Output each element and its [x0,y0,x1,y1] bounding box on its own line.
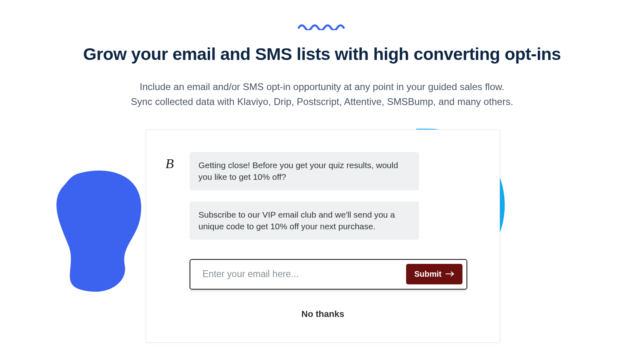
decorative-squiggle [0,0,644,30]
chat-bubble-1: Getting close! Before you get your quiz … [190,152,419,190]
sub-headline: Include an email and/or SMS opt-in oppor… [0,79,644,109]
subtext-line2: Sync collected data with Klaviyo, Drip, … [0,94,644,109]
chat-bubble-2: Subscribe to our VIP email club and we'l… [190,202,419,240]
arrow-right-icon [446,269,454,279]
decorative-blob-left [56,169,161,299]
chat-bubbles: Getting close! Before you get your quiz … [190,152,480,240]
email-input-wrap: Submit [190,259,467,290]
email-input[interactable] [202,269,406,280]
subtext-line1: Include an email and/or SMS opt-in oppor… [0,79,644,94]
submit-label: Submit [414,269,442,279]
chat-row: B Getting close! Before you get your qui… [165,152,480,240]
headline: Grow your email and SMS lists with high … [0,44,644,64]
no-thanks-link[interactable]: No thanks [165,309,480,319]
avatar: B [165,156,180,171]
submit-button[interactable]: Submit [406,264,462,284]
opt-in-card: B Getting close! Before you get your qui… [146,130,500,343]
